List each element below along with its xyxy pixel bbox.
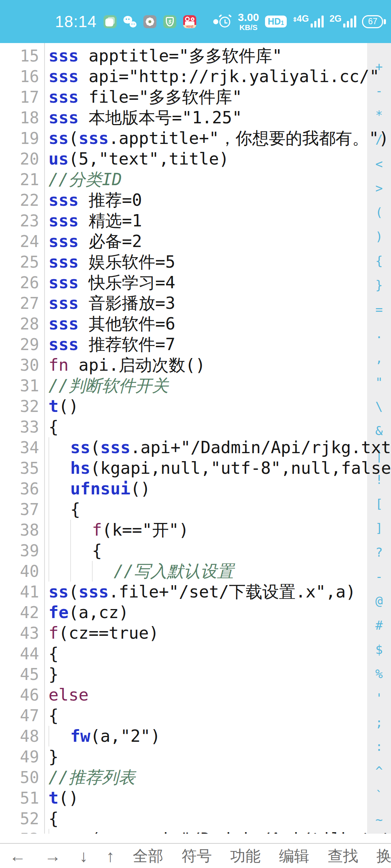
token-pl: 其他软件=6 bbox=[79, 314, 175, 334]
indent-guide bbox=[49, 520, 70, 540]
line-number: 42 bbox=[0, 602, 45, 623]
alarm-clock-icon bbox=[218, 15, 232, 29]
line-number: 50 bbox=[0, 767, 45, 788]
code-line[interactable]: 23sss 精选=1 bbox=[0, 210, 391, 231]
battery-percent: 67 bbox=[362, 15, 383, 28]
code-text: t() bbox=[49, 788, 79, 808]
code-line[interactable]: 36ufnsui() bbox=[0, 478, 391, 499]
token-pl: () bbox=[130, 478, 150, 499]
code-line[interactable]: 48fw(a,"2") bbox=[0, 726, 391, 746]
symbols-button[interactable]: 符号 bbox=[181, 848, 212, 864]
move-left-button[interactable]: ← bbox=[9, 848, 26, 864]
token-pl: ( bbox=[90, 437, 100, 458]
code-line[interactable]: 21//分类ID bbox=[0, 169, 391, 190]
code-line[interactable]: 20us(5,"text",title) bbox=[0, 149, 391, 169]
token-pl: (k=="开") bbox=[102, 520, 189, 540]
token-pl: 快乐学习=4 bbox=[79, 272, 175, 293]
line-number: 36 bbox=[0, 478, 45, 499]
token-pl: } bbox=[49, 746, 59, 767]
token-pl: 必备=2 bbox=[79, 231, 142, 252]
code-editor[interactable]: 14//软件设置15sss apptitle="多多软件库"16sss api=… bbox=[0, 25, 391, 850]
code-line[interactable]: 46else bbox=[0, 685, 391, 705]
code-line[interactable]: 18sss 本地版本号="1.25" bbox=[0, 107, 391, 128]
line-number: 29 bbox=[0, 334, 45, 355]
code-line[interactable]: 25sss 娱乐软件=5 bbox=[0, 252, 391, 272]
network-speed-value: 3.00 bbox=[238, 12, 259, 23]
code-line[interactable]: 17sss file="多多软件库" bbox=[0, 87, 391, 107]
code-line[interactable]: 32t() bbox=[0, 396, 391, 417]
token-kw: sss bbox=[49, 210, 79, 231]
edit-button[interactable]: 编辑 bbox=[279, 848, 310, 864]
code-line[interactable]: 42fe(a,cz) bbox=[0, 602, 391, 623]
token-pl: () bbox=[59, 396, 79, 417]
code-line[interactable]: 47{ bbox=[0, 705, 391, 726]
indent-guide bbox=[49, 499, 70, 520]
token-pl: { bbox=[70, 499, 80, 520]
line-number: 21 bbox=[0, 169, 45, 190]
code-text: else bbox=[49, 685, 89, 705]
code-text: sss 必备=2 bbox=[49, 231, 142, 252]
code-line[interactable]: 24sss 必备=2 bbox=[0, 231, 391, 252]
move-up-button[interactable]: ↑ bbox=[106, 848, 114, 864]
code-line[interactable]: 38f(k=="开") bbox=[0, 520, 391, 540]
code-line[interactable]: 28sss 其他软件=6 bbox=[0, 314, 391, 334]
shield-dollar-icon: $ bbox=[163, 15, 176, 28]
token-kw: sss bbox=[49, 231, 79, 252]
code-text: //写入默认设置 bbox=[49, 561, 234, 582]
code-text: sss api="http://rjk.yaliyali.cc/" bbox=[49, 66, 379, 87]
code-line[interactable]: 15sss apptitle="多多软件库" bbox=[0, 46, 391, 66]
code-line[interactable]: 16sss api="http://rjk.yaliyali.cc/" bbox=[0, 66, 391, 87]
line-number: 25 bbox=[0, 252, 45, 272]
token-kw: sss bbox=[49, 314, 79, 334]
code-line[interactable]: 33{ bbox=[0, 417, 391, 437]
all-button[interactable]: 全部 bbox=[133, 848, 163, 864]
code-line[interactable]: 31//判断软件开关 bbox=[0, 375, 391, 396]
code-text: sss 其他软件=6 bbox=[49, 314, 175, 334]
code-line[interactable]: 37{ bbox=[0, 499, 391, 520]
code-text: hs(kgapi,null,"utf-8",null,false) bbox=[49, 458, 391, 478]
line-number: 43 bbox=[0, 623, 45, 643]
token-pl: .file+"/set/下载设置.x",a) bbox=[109, 582, 356, 602]
code-line[interactable]: 26sss 快乐学习=4 bbox=[0, 272, 391, 293]
code-line[interactable]: 52{ bbox=[0, 808, 391, 829]
battery-icon: 67 bbox=[362, 15, 386, 28]
code-line[interactable]: 30fn api.启动次数() bbox=[0, 355, 391, 375]
token-pl: file="多多软件库" bbox=[79, 87, 242, 107]
code-text: sss 本地版本号="1.25" bbox=[49, 107, 242, 128]
token-pl: apptitle="多多软件库" bbox=[79, 46, 282, 66]
token-pl: } bbox=[49, 664, 59, 685]
token-kw: sss bbox=[100, 437, 130, 458]
code-line[interactable]: 34ss(sss.api+"/Dadmin/Api/rjkg.txt",kgap… bbox=[0, 437, 391, 458]
code-line[interactable]: 51t() bbox=[0, 788, 391, 808]
code-line[interactable]: 43f(cz==true) bbox=[0, 623, 391, 643]
status-bar-left: 18:14 $ ¥22亿 bbox=[0, 13, 218, 31]
wrap-button-partial[interactable]: 换行 bbox=[377, 848, 391, 864]
token-pl: 本地版本号="1.25" bbox=[79, 107, 242, 128]
code-line[interactable]: 27sss 音影播放=3 bbox=[0, 293, 391, 314]
token-kw: hs bbox=[70, 458, 90, 478]
code-line[interactable]: 40//写入默认设置 bbox=[0, 561, 391, 582]
token-kw: fw bbox=[70, 726, 90, 746]
move-right-button[interactable]: → bbox=[45, 848, 61, 864]
token-pl: 推荐软件=7 bbox=[79, 334, 175, 355]
code-line[interactable]: 49} bbox=[0, 746, 391, 767]
code-line[interactable]: 41ss(sss.file+"/set/下载设置.x",a) bbox=[0, 582, 391, 602]
functions-button[interactable]: 功能 bbox=[230, 848, 261, 864]
gear-icon bbox=[143, 15, 156, 28]
code-line[interactable]: 35hs(kgapi,null,"utf-8",null,false) bbox=[0, 458, 391, 478]
code-text: fe(a,cz) bbox=[49, 602, 129, 623]
code-line[interactable]: 45} bbox=[0, 664, 391, 685]
code-line[interactable]: 19ss(sss.apptitle+"，你想要的我都有。") bbox=[0, 128, 391, 149]
find-button[interactable]: 查找 bbox=[328, 848, 358, 864]
indent-guide bbox=[49, 540, 70, 561]
token-pl: { bbox=[49, 643, 59, 664]
code-line[interactable]: 39{ bbox=[0, 540, 391, 561]
code-line[interactable]: 29sss 推荐软件=7 bbox=[0, 334, 391, 355]
kuaishou-icon: ¥22亿 bbox=[183, 15, 196, 28]
code-line[interactable]: 50//推荐列表 bbox=[0, 767, 391, 788]
code-line[interactable]: 44{ bbox=[0, 643, 391, 664]
move-down-button[interactable]: ↓ bbox=[79, 848, 88, 864]
code-text: { bbox=[49, 643, 59, 664]
code-text: f(k=="开") bbox=[49, 520, 189, 540]
code-line[interactable]: 22sss 推荐=0 bbox=[0, 190, 391, 210]
